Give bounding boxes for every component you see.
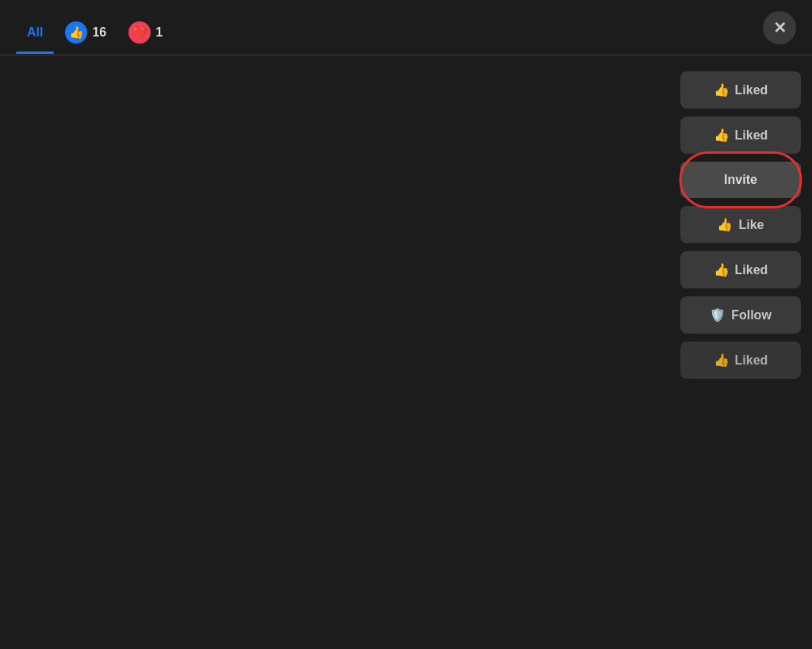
follow-icon: 🛡️ [710,307,726,323]
tab-all-label: All [27,25,43,40]
tab-love-count: 1 [155,25,163,40]
follow-label: Follow [731,308,772,323]
tab-love[interactable]: ❤️ 1 [117,13,174,52]
invite-button[interactable]: Invite [680,162,801,198]
liked-button-5[interactable]: 👍 Liked [680,342,801,379]
thumbs-up-icon-4: 👍 [714,262,730,277]
liked-button-1[interactable]: 👍 Liked [680,71,801,109]
close-icon: ✕ [773,18,787,37]
like-label: Like [738,218,764,232]
left-panel [0,55,669,649]
close-button[interactable]: ✕ [763,11,796,44]
thumbs-up-icon-1: 👍 [714,82,730,97]
like-reaction-icon: 👍 [65,21,87,44]
tab-like-count: 16 [92,25,106,40]
invite-wrapper: Invite [680,162,801,198]
thumbs-up-icon-3: 👍 [717,217,733,232]
liked-button-2[interactable]: 👍 Liked [680,116,801,154]
liked-label-4: Liked [735,263,768,277]
right-actions-panel: 👍 Liked 👍 Liked Invite 👍 Like 👍 Liked � [669,55,812,649]
love-reaction-icon: ❤️ [128,21,151,44]
tab-bar: All 👍 16 ❤️ 1 ✕ [0,0,812,55]
follow-button[interactable]: 🛡️ Follow [680,296,801,334]
thumbs-up-icon-2: 👍 [714,128,730,143]
thumbs-up-icon-5: 👍 [714,353,730,368]
tab-all[interactable]: All [16,17,54,48]
invite-label: Invite [724,173,757,187]
liked-label-1: Liked [735,83,768,97]
liked-button-4[interactable]: 👍 Liked [680,251,801,288]
main-content: 👍 Liked 👍 Liked Invite 👍 Like 👍 Liked � [0,55,812,649]
liked-label-2: Liked [735,128,768,143]
like-button[interactable]: 👍 Like [680,206,801,243]
liked-label-5: Liked [735,353,768,368]
tab-like[interactable]: 👍 16 [54,13,117,52]
